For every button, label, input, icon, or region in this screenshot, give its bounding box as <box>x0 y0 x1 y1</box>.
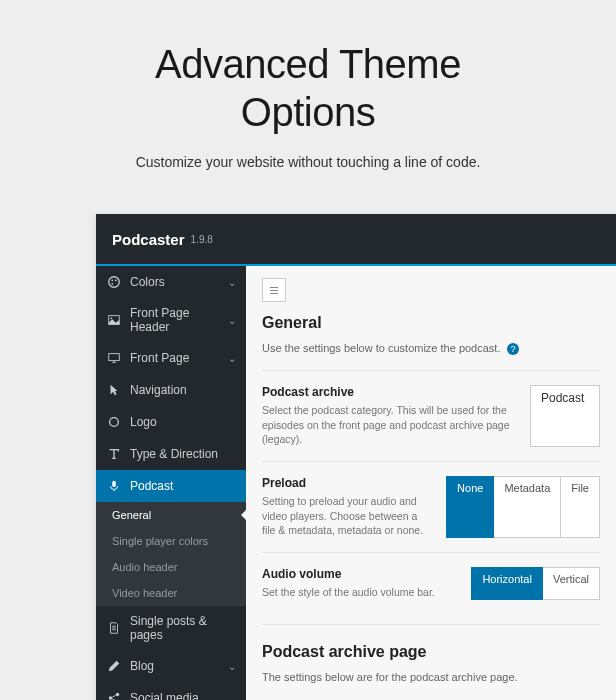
svg-point-10 <box>116 693 120 697</box>
divider <box>262 461 600 462</box>
section-desc-general: Use the settings below to customize the … <box>262 338 600 356</box>
sidebar-subitem-video-header[interactable]: Video header <box>96 580 246 606</box>
share-icon <box>106 690 122 700</box>
sidebar-item-logo[interactable]: Logo <box>96 406 246 438</box>
help-icon[interactable]: ? <box>507 343 519 355</box>
sidebar-item-label: Blog <box>130 659 154 673</box>
divider <box>262 370 600 371</box>
pen-icon <box>106 658 122 674</box>
sidebar: Colors⌄Front Page Header⌄Front Page⌄Navi… <box>96 266 246 700</box>
product-name: Podcaster <box>112 231 185 248</box>
svg-point-9 <box>109 696 113 700</box>
palette-icon <box>106 274 122 290</box>
page-icon <box>106 620 122 636</box>
monitor-icon <box>106 350 122 366</box>
sidebar-item-label: Navigation <box>130 383 187 397</box>
type-icon <box>106 446 122 462</box>
hero-title: Advanced Theme Options <box>20 40 596 136</box>
sidebar-item-label: Front Page <box>130 351 189 365</box>
chevron-down-icon: ⌄ <box>228 661 236 672</box>
sidebar-subitem-general[interactable]: General <box>96 502 246 528</box>
svg-point-7 <box>110 418 119 427</box>
svg-point-0 <box>109 277 120 288</box>
podcast-archive-select[interactable]: Podcast <box>530 385 600 447</box>
sidebar-item-label: Single posts & pages <box>130 614 236 642</box>
sidebar-item-front-page-header[interactable]: Front Page Header⌄ <box>96 298 246 342</box>
option-desc: Setting to preload your audio and video … <box>262 494 430 538</box>
content-area: General Use the settings below to custom… <box>246 266 616 700</box>
preload-option-none[interactable]: None <box>446 476 494 538</box>
chevron-down-icon: ⌄ <box>228 353 236 364</box>
mic-icon <box>106 478 122 494</box>
hero: Advanced Theme Options Customize your we… <box>0 0 616 190</box>
volume-option-vertical[interactable]: Vertical <box>543 567 600 600</box>
preload-option-file[interactable]: File <box>561 476 600 538</box>
svg-point-3 <box>111 283 113 285</box>
sidebar-item-label: Social media <box>130 691 199 700</box>
section-title-general: General <box>262 314 600 332</box>
product-version: 1.9.8 <box>191 234 213 245</box>
hero-title-line1: Advanced Theme <box>155 42 461 86</box>
option-desc: Select the podcast category. This will b… <box>262 403 514 447</box>
sidebar-item-label: Front Page Header <box>130 306 228 334</box>
chevron-down-icon: ⌄ <box>228 315 236 326</box>
option-desc: Set the style of the audio volume bar. <box>262 585 455 600</box>
sidebar-item-label: Colors <box>130 275 165 289</box>
volume-option-horizontal[interactable]: Horizontal <box>471 567 543 600</box>
option-title: Podcast archive <box>262 385 514 399</box>
option-podcast-archive: Podcast archive Select the podcast categ… <box>262 385 600 447</box>
topbar: Podcaster 1.9.8 <box>96 214 616 266</box>
chevron-down-icon: ⌄ <box>228 277 236 288</box>
sidebar-item-navigation[interactable]: Navigation <box>96 374 246 406</box>
sidebar-item-front-page[interactable]: Front Page⌄ <box>96 342 246 374</box>
svg-rect-14 <box>270 293 278 294</box>
option-title: Preload <box>262 476 430 490</box>
sidebar-item-single-posts-pages[interactable]: Single posts & pages <box>96 606 246 650</box>
circle-icon <box>106 414 122 430</box>
svg-rect-8 <box>112 481 116 487</box>
menu-icon <box>268 284 280 296</box>
svg-rect-13 <box>270 290 278 291</box>
sidebar-item-type-direction[interactable]: Type & Direction <box>96 438 246 470</box>
preload-option-metadata[interactable]: Metadata <box>494 476 561 538</box>
divider <box>262 552 600 553</box>
sidebar-item-label: Type & Direction <box>130 447 218 461</box>
sidebar-item-podcast[interactable]: Podcast <box>96 470 246 502</box>
svg-point-2 <box>115 279 117 281</box>
option-title: Audio volume <box>262 567 455 581</box>
image-icon <box>106 312 122 328</box>
svg-rect-6 <box>109 354 120 361</box>
sidebar-item-colors[interactable]: Colors⌄ <box>96 266 246 298</box>
section-title-archive-page: Podcast archive page <box>262 643 600 661</box>
svg-point-5 <box>111 317 113 319</box>
admin-panel: Podcaster 1.9.8 Colors⌄Front Page Header… <box>96 214 616 700</box>
sidebar-item-label: Podcast <box>130 479 173 493</box>
option-audio-volume: Audio volume Set the style of the audio … <box>262 567 600 600</box>
admin-body: Colors⌄Front Page Header⌄Front Page⌄Navi… <box>96 266 616 700</box>
collapse-toggle-button[interactable] <box>262 278 286 302</box>
hero-title-line2: Options <box>241 90 375 134</box>
svg-rect-12 <box>270 287 278 288</box>
sidebar-item-label: Logo <box>130 415 157 429</box>
divider <box>262 624 600 625</box>
sidebar-item-social-media[interactable]: Social media <box>96 682 246 700</box>
cursor-icon <box>106 382 122 398</box>
svg-point-1 <box>111 279 113 281</box>
sidebar-item-blog[interactable]: Blog⌄ <box>96 650 246 682</box>
hero-subtitle: Customize your website without touching … <box>20 154 596 170</box>
option-preload: Preload Setting to preload your audio an… <box>262 476 600 538</box>
section-desc-archive-page: The settings below are for the podcast a… <box>262 671 600 683</box>
sidebar-subitem-single-player-colors[interactable]: Single player colors <box>96 528 246 554</box>
sidebar-subitem-audio-header[interactable]: Audio header <box>96 554 246 580</box>
